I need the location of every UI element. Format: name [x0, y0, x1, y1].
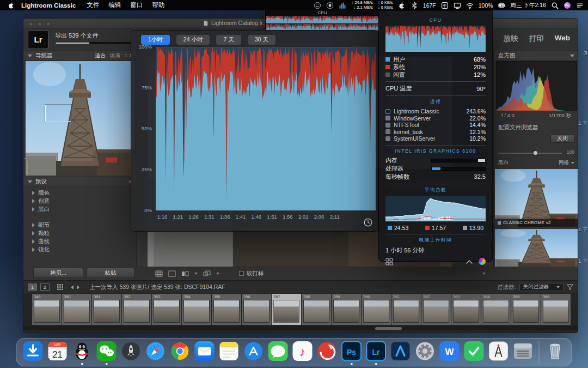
preset-item-0-1[interactable]: 创意 — [23, 197, 136, 205]
dock-icon-download[interactable] — [22, 340, 44, 362]
next-photo-arrow[interactable] — [77, 285, 79, 289]
dock-icon-chrome[interactable] — [169, 340, 191, 362]
selection-info-text[interactable]: 上一次导入 539 张照片/ 选定 539 张: DSCF9104.RAF — [89, 283, 225, 291]
dock-icon-lemon[interactable] — [463, 340, 485, 362]
filmstrip-thumb-355[interactable]: 355 — [212, 294, 241, 325]
dock-icon-netease[interactable] — [316, 340, 338, 362]
collapse-left-panel-arrow[interactable] — [24, 156, 28, 161]
filmstrip-thumb-359[interactable]: 359 — [332, 294, 361, 325]
minimize-window-button[interactable] — [38, 22, 42, 26]
wifi-icon[interactable] — [466, 2, 474, 9]
network-speed-mb[interactable]: ↑ 24.8 MB/s↓ 2.1 MB/s — [351, 1, 373, 10]
filmstrip-thumb-352[interactable]: 352 — [122, 294, 151, 325]
export-progress-bar[interactable] — [55, 42, 137, 44]
preset-item-1-1[interactable]: 颗粒 — [23, 229, 136, 237]
scrollbar-handle[interactable] — [375, 327, 402, 330]
primary-display-button[interactable]: 1 — [28, 283, 37, 291]
preset-item-1-2[interactable]: 曲线 — [23, 237, 136, 245]
dock-icon-qq[interactable] — [71, 340, 93, 362]
siri-icon[interactable] — [564, 2, 571, 9]
dock-icon-lightroom[interactable]: Lr — [365, 340, 387, 362]
secondary-display-button[interactable]: 2 — [40, 283, 50, 291]
active-app-name[interactable]: Lightroom Classic — [21, 2, 76, 9]
filmstrip-thumb-362[interactable]: 362 — [421, 294, 451, 325]
filmstrip-thumb-357[interactable]: 357 — [272, 294, 301, 325]
network-speed-kb[interactable]: ↑ 0 KB/s↓ 6 KB/s — [378, 1, 393, 10]
dock-icon-wechat[interactable] — [96, 340, 118, 362]
copy-settings-button[interactable]: 拷贝... — [33, 268, 83, 278]
histogram-display[interactable] — [496, 61, 577, 111]
modules-grid-icon[interactable] — [385, 258, 393, 266]
dock-icon-drafting[interactable] — [488, 340, 510, 362]
filmstrip-thumb-351[interactable]: 351 — [92, 294, 121, 325]
desktop-icon-label-fragment-0[interactable]: JI — [579, 50, 588, 56]
cpu-history-window[interactable]: 1小时24 小时7 天30 天 100%75%50%25%0% 1:161:21… — [131, 30, 378, 232]
profile-thumbnail-selected[interactable]: CLASSIC CHROME v2 — [495, 169, 578, 227]
menubar-clock[interactable]: 周三 下午2:16 — [511, 2, 546, 9]
chevron-down-icon[interactable] — [216, 273, 219, 275]
dock-icon-appstore[interactable] — [243, 340, 265, 362]
mini-cpu-window[interactable]: CPU — [265, 9, 379, 31]
cpu-range-tab-3[interactable]: 30 天 — [248, 35, 275, 45]
cpu-range-tab-1[interactable]: 24 小时 — [176, 35, 210, 45]
temperature-status[interactable]: 167F — [423, 2, 436, 9]
status-app-icon-1[interactable] — [314, 2, 321, 9]
filmstrip-thumb-360[interactable]: 360 — [362, 294, 391, 325]
dock-icon-safari[interactable] — [145, 340, 167, 362]
filmstrip-thumb-350[interactable]: 350 — [62, 294, 91, 325]
histogram-header[interactable]: 直方图 — [494, 51, 578, 61]
filmstrip-thumb-354[interactable]: 354 — [182, 294, 211, 325]
apple-status-icon[interactable] — [398, 2, 406, 9]
cpu-range-tab-2[interactable]: 7 天 — [216, 35, 241, 45]
preset-item-1-0[interactable]: 细节 — [23, 221, 136, 229]
notification-center-icon[interactable] — [576, 2, 584, 9]
dock-icon-wps[interactable]: W — [439, 340, 461, 362]
presets-header[interactable]: 预设 + — [23, 177, 136, 186]
filmstrip-thumb-366[interactable]: 366 — [541, 294, 571, 325]
survey-view-icon[interactable] — [203, 270, 211, 277]
filmstrip-thumb-353[interactable]: 353 — [152, 294, 181, 325]
filmstrip-thumb-356[interactable]: 356 — [242, 294, 271, 325]
battery-percentage[interactable]: 100% — [479, 2, 493, 9]
spotlight-search-icon[interactable] — [551, 2, 559, 9]
module-tab-0[interactable]: 放映 — [504, 34, 518, 44]
filter-funnel-icon[interactable] — [567, 284, 573, 290]
zoom-option-0[interactable]: 适合 — [95, 52, 106, 59]
filmstrip-thumb-365[interactable]: 365 — [511, 294, 541, 325]
apple-menu-icon[interactable] — [8, 2, 15, 9]
bw-filter-label[interactable]: 黑白 — [498, 159, 509, 166]
filmstrip-thumb-361[interactable]: 361 — [391, 294, 421, 325]
dock-icon-appa[interactable] — [390, 340, 412, 362]
navigator-header[interactable]: 导航器 适合填满1:1 — [23, 51, 136, 61]
grid-view-icon[interactable] — [155, 270, 163, 277]
navigator-preview[interactable] — [26, 61, 134, 176]
filmstrip-thumb-364[interactable]: 364 — [481, 294, 511, 325]
close-profile-browser-button[interactable]: 关闭 — [550, 134, 574, 143]
menubar-menu-2[interactable]: 窗口 — [130, 1, 143, 9]
module-tab-2[interactable]: Web — [555, 34, 570, 44]
filmstrip-thumb-363[interactable]: 363 — [451, 294, 481, 325]
dock-icon-notes[interactable] — [218, 340, 240, 362]
input-method-icon[interactable]: 中 — [441, 2, 449, 9]
clock-icon[interactable] — [364, 218, 372, 227]
dock-icon-calendar[interactable]: 10月21 — [47, 340, 69, 362]
menubar-menu-1[interactable]: 编辑 — [108, 1, 121, 9]
dock-icon-trash[interactable] — [544, 340, 566, 362]
navigator-zoom-rect[interactable] — [45, 105, 71, 122]
airplay-display-icon[interactable] — [454, 2, 461, 9]
module-tab-1[interactable]: 打印 — [529, 34, 544, 44]
dock-icon-mail[interactable] — [194, 340, 216, 362]
filmstrip-thumb-349[interactable]: 349 — [32, 294, 62, 325]
dock-icon-music[interactable]: ♪ — [292, 340, 314, 362]
grid-icon[interactable] — [57, 284, 63, 290]
filmstrip-thumb-358[interactable]: 358 — [302, 294, 331, 325]
profile-thumbnail-next[interactable] — [495, 229, 578, 267]
istat-cpu-bars-icon[interactable] — [339, 2, 346, 9]
zoom-window-button[interactable] — [46, 22, 51, 26]
preset-item-1-3[interactable]: 锐化 — [23, 245, 136, 254]
menubar-menu-3[interactable]: 帮助 — [152, 1, 164, 9]
dock-icon-messages[interactable] — [267, 340, 289, 362]
previous-photo-arrow[interactable] — [71, 285, 74, 289]
preset-item-0-2[interactable]: 黑白 — [23, 205, 136, 213]
grid-view-toggle[interactable]: 网格 — [559, 159, 574, 166]
